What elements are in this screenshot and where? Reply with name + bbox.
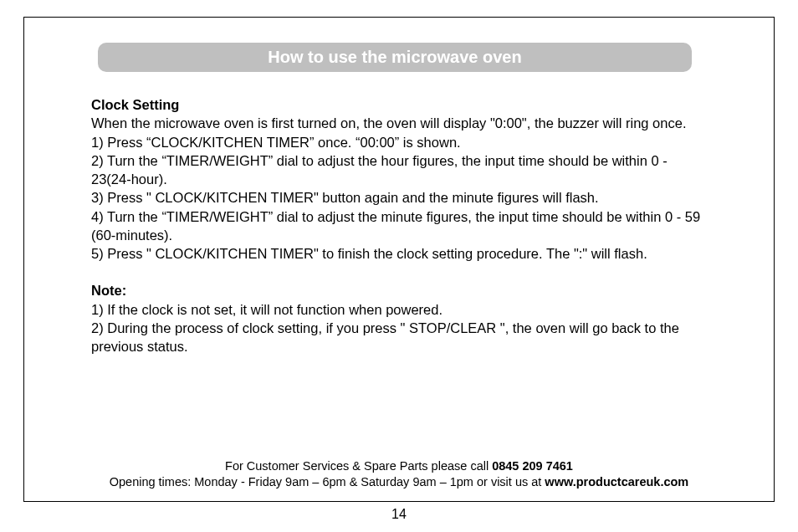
content-body: Clock Setting When the microwave oven is… bbox=[91, 95, 707, 356]
page-number: 14 bbox=[23, 507, 775, 522]
page-title: How to use the microwave oven bbox=[268, 48, 521, 66]
footer-line-2: Opening times: Monday - Friday 9am – 6pm… bbox=[24, 474, 774, 491]
note-item: 1) If the clock is not set, it will not … bbox=[91, 300, 707, 319]
step-item: 4) Turn the “TIMER/WEIGHT” dial to adjus… bbox=[91, 207, 707, 245]
note-item: 2) During the process of clock setting, … bbox=[91, 319, 707, 356]
step-item: 5) Press " CLOCK/KITCHEN TIMER" to finis… bbox=[91, 244, 707, 263]
note-heading: Note: bbox=[91, 281, 707, 299]
section-heading: Clock Setting bbox=[91, 95, 707, 114]
step-item: 3) Press " CLOCK/KITCHEN TIMER" button a… bbox=[91, 188, 707, 207]
footer: For Customer Services & Spare Parts plea… bbox=[24, 458, 774, 491]
title-bar: How to use the microwave oven bbox=[98, 43, 692, 72]
footer-text: Opening times: Monday - Friday 9am – 6pm… bbox=[110, 475, 545, 489]
step-item: 1) Press “CLOCK/KITCHEN TIMER” once. “00… bbox=[91, 133, 707, 151]
section-intro: When the microwave oven is first turned … bbox=[91, 114, 707, 132]
footer-text: For Customer Services & Spare Parts plea… bbox=[225, 459, 492, 473]
footer-phone: 0845 209 7461 bbox=[492, 459, 573, 473]
step-item: 2) Turn the “TIMER/WEIGHT” dial to adjus… bbox=[91, 151, 707, 189]
footer-line-1: For Customer Services & Spare Parts plea… bbox=[24, 458, 774, 475]
page-frame: How to use the microwave oven Clock Sett… bbox=[23, 17, 775, 502]
footer-site: www.productcareuk.com bbox=[545, 475, 688, 489]
